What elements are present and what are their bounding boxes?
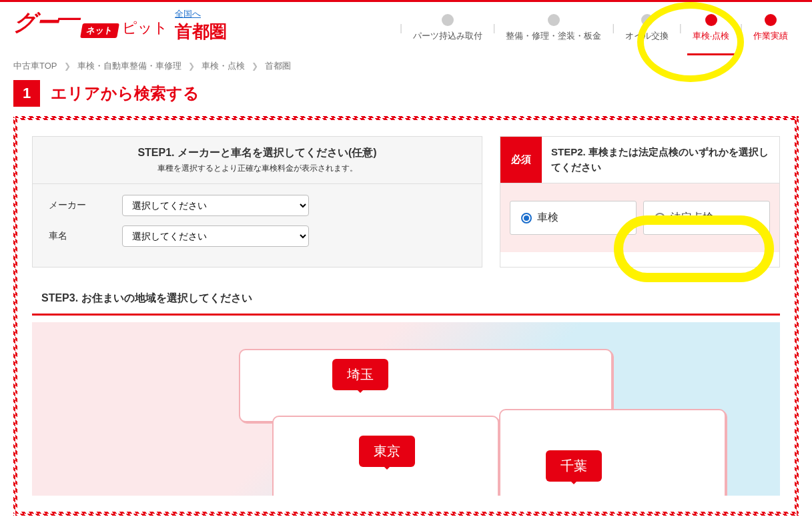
breadcrumb-link[interactable]: 車検・点検 — [201, 60, 245, 72]
nav-item-oil[interactable]: オイル交換 — [615, 14, 679, 42]
radio-label: 法定点検 — [671, 211, 713, 225]
nav-item-maintenance[interactable]: 整備・修理・塗装・板金 — [495, 14, 612, 42]
region-button-tokyo[interactable]: 東京 — [359, 436, 415, 467]
region-map: 埼玉 東京 千葉 — [32, 322, 780, 496]
section-header: 1 エリアから検索する — [0, 80, 812, 116]
radio-shaken[interactable]: 車検 — [510, 201, 637, 235]
inspection-icon — [705, 14, 717, 26]
breadcrumb: 中古車TOP ❯ 車検・自動車整備・車修理 ❯ 車検・点検 ❯ 首都圏 — [0, 43, 812, 80]
radio-label: 車検 — [537, 211, 558, 225]
logo-goo-text: グー— — [13, 7, 80, 38]
region-button-chiba[interactable]: 千葉 — [546, 450, 602, 482]
step2-card: 必須 STEP2. 車検または法定点検のいずれかを選択してください 車検 法定点… — [500, 136, 780, 268]
gear-icon — [548, 14, 560, 26]
nav-item-inspection[interactable]: 車検·点検 — [682, 14, 741, 42]
step3-title: STEP3. お住まいの地域を選択してください — [32, 284, 780, 316]
oil-drop-icon — [641, 14, 653, 26]
chevron-right-icon: ❯ — [252, 61, 258, 71]
parts-icon — [442, 14, 454, 26]
site-header: グー— ネット ピット 全国へ 首都圏 | パーツ持込み取付 | 整備・修理・塗… — [0, 2, 812, 43]
region-button-saitama[interactable]: 埼玉 — [332, 359, 388, 390]
factory-icon — [765, 14, 777, 26]
maker-label: メーカー — [49, 199, 122, 211]
radio-icon — [521, 213, 532, 223]
section-number-badge: 1 — [13, 80, 40, 107]
nav-label: 車検·点検 — [693, 30, 730, 42]
radio-icon — [655, 213, 665, 223]
carname-label: 車名 — [49, 230, 122, 242]
chevron-right-icon: ❯ — [64, 61, 71, 71]
section-title-text: エリアから検索する — [51, 83, 199, 104]
logo-net-badge: ネット — [80, 23, 119, 38]
nationwide-link[interactable]: 全国へ — [175, 9, 201, 19]
nav-label: 作業実績 — [753, 30, 788, 42]
region-title: 首都圏 — [175, 20, 227, 43]
logo[interactable]: グー— ネット ピット — [13, 7, 168, 38]
search-panel: STEP1. メーカーと車名を選択してください(任意) 車種を選択するとより正確… — [13, 116, 799, 516]
step1-card: STEP1. メーカーと車名を選択してください(任意) 車種を選択するとより正確… — [32, 136, 482, 268]
nav-item-parts[interactable]: パーツ持込み取付 — [402, 14, 493, 42]
breadcrumb-link[interactable]: 車検・自動車整備・車修理 — [77, 60, 181, 72]
step2-title: STEP2. 車検または法定点検のいずれかを選択してください — [542, 137, 779, 183]
breadcrumb-link[interactable]: 中古車TOP — [13, 60, 57, 72]
main-nav: | パーツ持込み取付 | 整備・修理・塗装・板金 | オイル交換 | 車検·点検… — [400, 14, 799, 42]
nav-label: 整備・修理・塗装・板金 — [506, 30, 601, 42]
chevron-right-icon: ❯ — [188, 61, 195, 71]
step3-card: STEP3. お住まいの地域を選択してください 埼玉 東京 千葉 — [32, 284, 780, 496]
region-shape-chiba — [499, 409, 726, 496]
step1-subtitle: 車種を選択するとより正確な車検料金が表示されます。 — [42, 163, 472, 174]
nav-item-works[interactable]: 作業実績 — [743, 14, 799, 42]
maker-select[interactable]: 選択してください — [122, 195, 309, 216]
step1-title: STEP1. メーカーと車名を選択してください(任意) — [42, 146, 472, 160]
nav-label: パーツ持込み取付 — [413, 30, 482, 42]
required-badge: 必須 — [500, 137, 542, 183]
nav-label: オイル交換 — [625, 30, 669, 42]
breadcrumb-current: 首都圏 — [265, 60, 291, 72]
carname-select[interactable]: 選択してください — [122, 225, 309, 247]
logo-pit-text: ピット — [122, 18, 168, 38]
active-underline — [687, 53, 735, 55]
radio-houtei[interactable]: 法定点検 — [643, 201, 770, 235]
